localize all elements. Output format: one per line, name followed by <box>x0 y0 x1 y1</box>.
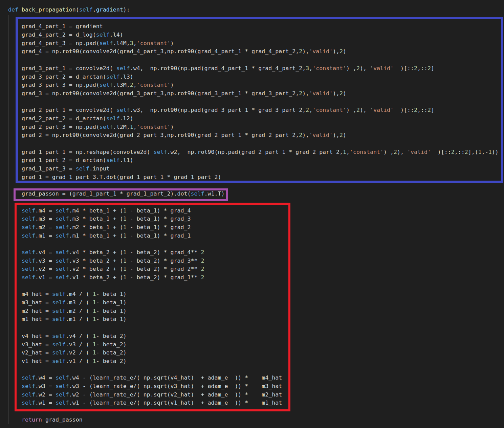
code-line: return grad_passon <box>8 416 499 424</box>
blue-annotation-box <box>16 17 503 183</box>
code-editor-screenshot: def back_propagation(self,gradient): gra… <box>0 0 504 428</box>
red-annotation-box <box>15 203 290 411</box>
code-line: def back_propagation(self,gradient): <box>8 6 499 14</box>
purple-annotation-box <box>14 188 228 201</box>
